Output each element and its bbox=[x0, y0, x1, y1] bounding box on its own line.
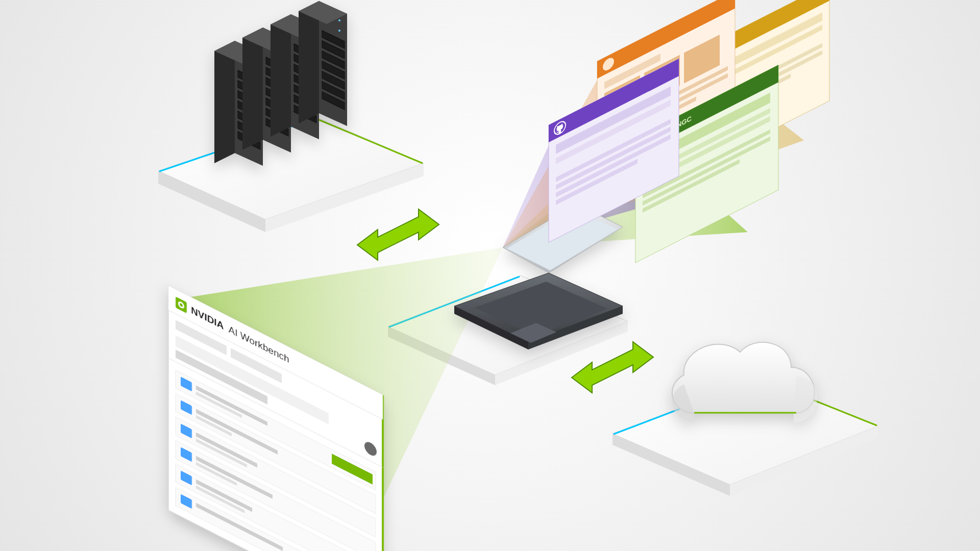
cloud bbox=[672, 342, 817, 422]
arrow-cloud bbox=[572, 342, 653, 393]
svg-marker-21 bbox=[357, 209, 439, 260]
arrow-server bbox=[357, 209, 439, 260]
svg-marker-22 bbox=[572, 342, 653, 393]
svg-marker-9 bbox=[214, 41, 235, 163]
